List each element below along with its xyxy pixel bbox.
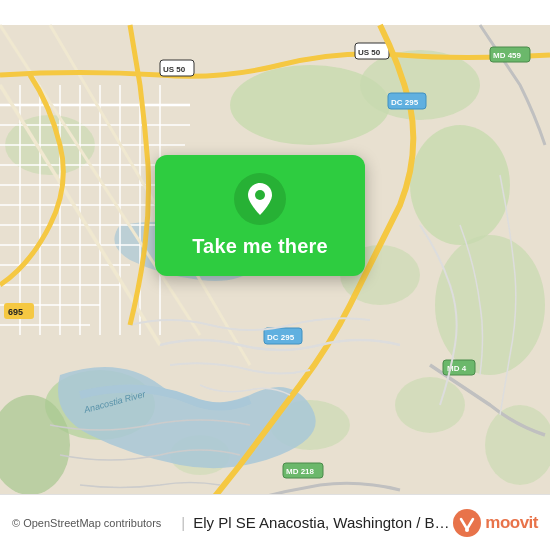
moovit-text: moovit bbox=[485, 513, 538, 533]
divider: | bbox=[181, 514, 185, 531]
moovit-icon bbox=[453, 509, 481, 537]
svg-text:MD 459: MD 459 bbox=[493, 51, 522, 60]
svg-text:US 50: US 50 bbox=[163, 65, 186, 74]
svg-text:DC 295: DC 295 bbox=[391, 98, 419, 107]
map-container: 695 US 50 US 50 DC 295 DC 295 MD 459 MD … bbox=[0, 0, 550, 550]
svg-point-56 bbox=[255, 190, 265, 200]
svg-text:US 50: US 50 bbox=[358, 48, 381, 57]
take-me-there-label: Take me there bbox=[192, 235, 328, 258]
take-me-there-button[interactable]: Take me there bbox=[155, 155, 365, 276]
location-title: Ely Pl SE Anacostia, Washington / Baltim… bbox=[193, 514, 453, 531]
osm-attribution: © OpenStreetMap contributors bbox=[12, 517, 161, 529]
moovit-logo: moovit bbox=[453, 509, 538, 537]
svg-point-58 bbox=[465, 528, 469, 532]
location-pin-icon bbox=[234, 173, 286, 225]
svg-text:MD 218: MD 218 bbox=[286, 467, 315, 476]
svg-point-11 bbox=[395, 377, 465, 433]
svg-text:695: 695 bbox=[8, 307, 23, 317]
svg-point-57 bbox=[453, 509, 481, 537]
svg-point-5 bbox=[435, 235, 545, 375]
bottom-bar: © OpenStreetMap contributors | Ely Pl SE… bbox=[0, 494, 550, 550]
svg-text:DC 295: DC 295 bbox=[267, 333, 295, 342]
